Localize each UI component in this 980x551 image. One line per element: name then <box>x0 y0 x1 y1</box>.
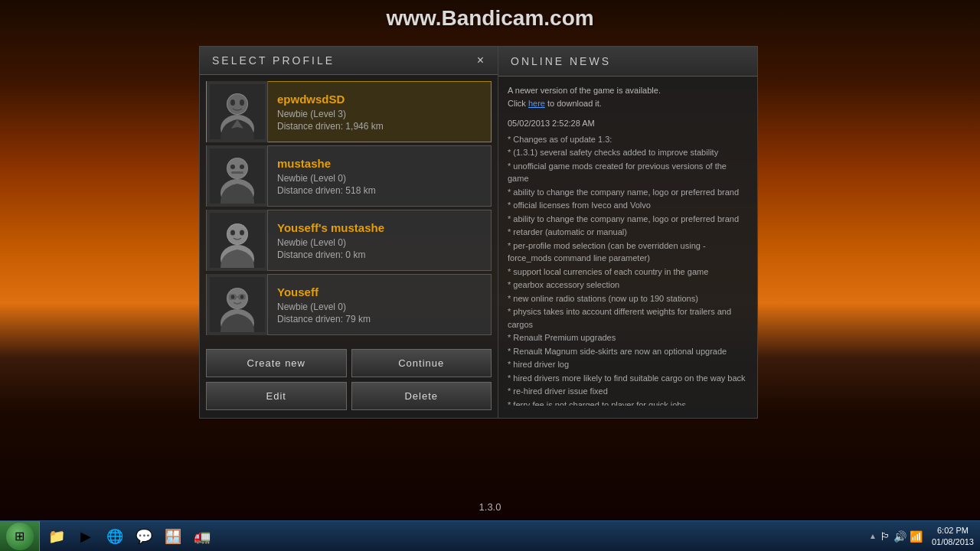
taskbar-flag-icon: 🏳 <box>880 530 890 543</box>
taskbar-icons: 📁 ▶ 🌐 💬 🪟 🚛 <box>40 521 219 551</box>
news-item: * hired drivers more likely to find suit… <box>508 372 748 385</box>
news-item: * retarder (automatic or manual) <box>508 226 748 239</box>
taskbar-icon-game[interactable]: 🚛 <box>188 523 216 549</box>
buttons-row-1: Create new Continue <box>206 349 492 377</box>
taskbar-speaker-icon[interactable]: 🔊 <box>893 530 906 543</box>
close-button[interactable]: × <box>475 54 485 67</box>
svg-rect-12 <box>231 171 243 174</box>
profile-name-1: epwdwsdSD <box>277 93 482 106</box>
download-link[interactable]: here <box>528 99 545 108</box>
taskbar-date-display: 01/08/2013 <box>932 536 974 547</box>
panel-title: SELECT PROFILE <box>212 54 335 67</box>
svg-point-11 <box>240 165 244 169</box>
profile-name-4: Youseff <box>277 285 482 298</box>
profile-info-1: epwdwsdSD Newbie (Level 3) Distance driv… <box>268 86 491 138</box>
taskbar-icon-explorer[interactable]: 📁 <box>43 523 70 549</box>
update-message: A newer version of the game is available… <box>508 84 748 109</box>
news-item: * physics takes into account different w… <box>508 305 748 331</box>
svg-point-17 <box>230 230 235 236</box>
taskbar-icon-chrome[interactable]: 🌐 <box>101 523 129 549</box>
profile-name-3: Youseff's mustashe <box>277 221 482 234</box>
profile-info-3: Youseff's mustashe Newbie (Level 0) Dist… <box>268 215 491 266</box>
news-item: * hired driver log <box>508 358 748 371</box>
news-item: * per-profile mod selection (can be over… <box>508 240 748 265</box>
news-content[interactable]: A newer version of the game is available… <box>498 77 757 406</box>
news-item: * ability to change the company name, lo… <box>508 186 748 199</box>
taskbar-icon-app[interactable]: 🪟 <box>159 523 187 549</box>
svg-point-10 <box>230 165 235 169</box>
svg-point-4 <box>230 99 235 106</box>
profile-item-1[interactable]: epwdwsdSD Newbie (Level 3) Distance driv… <box>206 81 492 142</box>
avatar-1 <box>207 81 268 142</box>
profile-info-4: Youseff Newbie (Level 0) Distance driven… <box>268 279 491 331</box>
svg-point-18 <box>240 230 244 236</box>
news-item: * (1.3.1) several safety checks added to… <box>508 146 748 159</box>
taskbar-expand-icon[interactable]: ▲ <box>869 532 877 540</box>
profile-item-3[interactable]: Youseff's mustashe Newbie (Level 0) Dist… <box>206 210 492 271</box>
news-item: * support local currencies of each count… <box>508 266 748 279</box>
news-changes-header: * Changes as of update 1.3: <box>508 133 748 146</box>
news-item: * Renault Magnum side-skirts are now an … <box>508 345 748 358</box>
taskbar-network-icon[interactable]: 📶 <box>910 530 923 543</box>
select-profile-panel: SELECT PROFILE × <box>199 46 498 419</box>
panel-header: SELECT PROFILE × <box>200 47 498 75</box>
profile-level-1: Newbie (Level 3) <box>277 109 482 119</box>
avatar-4 <box>207 274 268 335</box>
profile-distance-1: Distance driven: 1,946 km <box>277 121 482 132</box>
edit-button[interactable]: Edit <box>206 382 347 410</box>
taskbar-clock: 6:02 PM 01/08/2013 <box>932 525 974 547</box>
main-container: SELECT PROFILE × <box>199 46 781 419</box>
profile-item-4[interactable]: Youseff Newbie (Level 0) Distance driven… <box>206 274 492 335</box>
profile-list: epwdwsdSD Newbie (Level 3) Distance driv… <box>200 75 498 341</box>
taskbar: ⊞ 📁 ▶ 🌐 💬 🪟 🚛 ▲ 🏳 🔊 📶 6:02 PM 01/08/2013 <box>0 520 980 551</box>
svg-point-5 <box>240 99 244 106</box>
news-item: * unofficial game mods created for previ… <box>508 160 748 185</box>
buttons-row-2: Edit Delete <box>206 382 492 410</box>
profile-level-4: Newbie (Level 0) <box>277 302 482 312</box>
taskbar-sys-icons: ▲ 🏳 🔊 📶 <box>866 530 926 543</box>
news-item: * official licenses from Iveco and Volvo <box>508 199 748 212</box>
news-date: 05/02/2013 2:52:28 AM <box>508 117 748 130</box>
taskbar-right: ▲ 🏳 🔊 📶 6:02 PM 01/08/2013 <box>860 521 980 551</box>
avatar-3 <box>207 210 268 271</box>
profile-level-3: Newbie (Level 0) <box>277 237 482 248</box>
news-items-container: * (1.3.1) several safety checks added to… <box>508 146 748 406</box>
news-item: * Renault Premium upgrades <box>508 331 748 344</box>
news-title: ONLINE NEWS <box>511 55 611 67</box>
online-news-panel: ONLINE NEWS A newer version of the game … <box>498 46 758 419</box>
svg-point-24 <box>240 295 243 299</box>
start-button[interactable]: ⊞ <box>0 521 40 551</box>
svg-point-3 <box>227 94 247 114</box>
profile-distance-3: Distance driven: 0 km <box>277 249 482 260</box>
svg-point-9 <box>227 158 247 178</box>
bandicam-watermark: www.Bandicam.com <box>386 6 593 31</box>
profile-distance-2: Distance driven: 518 km <box>277 185 482 196</box>
start-orb: ⊞ <box>6 523 34 550</box>
news-item: * ability to change the company name, lo… <box>508 213 748 226</box>
news-item: * new online radio stations (now up to 1… <box>508 292 748 305</box>
buttons-area: Create new Continue Edit Delete <box>200 341 498 418</box>
news-header: ONLINE NEWS <box>498 47 757 77</box>
svg-point-16 <box>227 224 247 244</box>
profile-level-2: Newbie (Level 0) <box>277 173 482 184</box>
profile-info-2: mustashe Newbie (Level 0) Distance drive… <box>268 151 491 202</box>
create-new-button[interactable]: Create new <box>206 349 347 377</box>
profile-item-2[interactable]: mustashe Newbie (Level 0) Distance drive… <box>206 145 492 207</box>
taskbar-time-display: 6:02 PM <box>937 525 969 536</box>
profile-name-2: mustashe <box>277 157 482 170</box>
version-label: 1.3.0 <box>479 501 501 513</box>
news-item: * ferry fee is not charged to player for… <box>508 399 748 406</box>
news-item: * gearbox accessory selection <box>508 279 748 292</box>
profile-distance-4: Distance driven: 79 km <box>277 314 482 324</box>
taskbar-icon-skype[interactable]: 💬 <box>130 523 158 549</box>
svg-point-23 <box>230 295 234 299</box>
avatar-2 <box>207 145 268 207</box>
delete-button[interactable]: Delete <box>351 382 492 410</box>
taskbar-icon-media[interactable]: ▶ <box>72 523 100 549</box>
news-item: * re-hired driver issue fixed <box>508 385 748 398</box>
continue-button[interactable]: Continue <box>351 349 492 377</box>
